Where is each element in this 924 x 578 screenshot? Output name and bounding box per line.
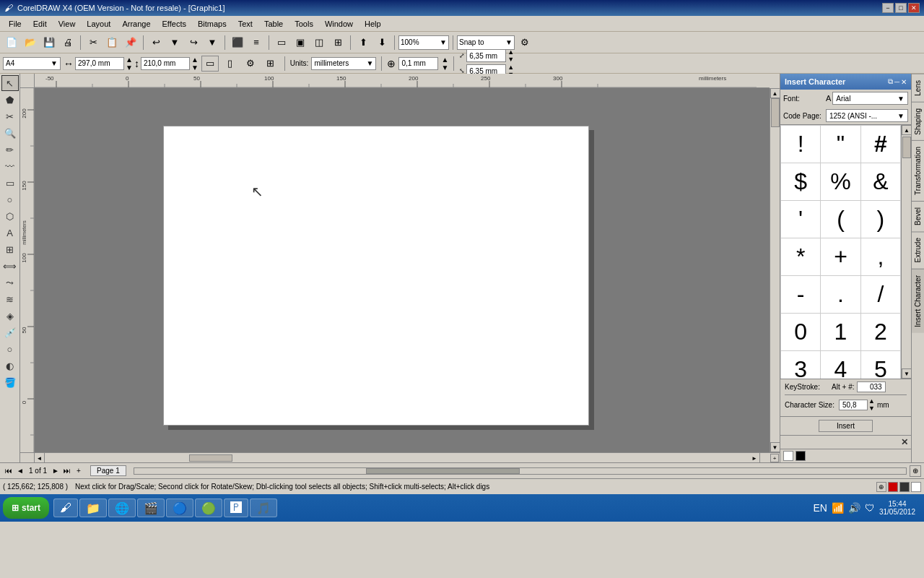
canvas-scroll[interactable]: ↖ (35, 88, 770, 452)
taskbar-ie[interactable]: 🌐 (108, 499, 136, 517)
snap-toggle[interactable]: ⊕ (876, 482, 886, 492)
taskbar-bt[interactable]: 🔵 (166, 499, 193, 517)
panel-x-button[interactable]: ✕ (901, 437, 908, 447)
snap-settings-button[interactable]: ⚙ (516, 35, 533, 51)
open-button[interactable]: 📂 (22, 35, 39, 51)
color-bucket-tool[interactable]: 🪣 (1, 374, 19, 390)
menu-text[interactable]: Text (232, 18, 258, 30)
char-cell-minus[interactable]: - (781, 276, 821, 314)
taskbar-app2[interactable]: 🟢 (195, 499, 222, 517)
menu-arrange[interactable]: Arrange (116, 18, 156, 30)
paper-size-dropdown[interactable]: A4 ▼ (3, 57, 61, 70)
h-scroll-thumb[interactable] (189, 454, 232, 462)
polygon-tool[interactable]: ⬡ (1, 208, 19, 224)
crop-tool[interactable]: ✂ (1, 108, 19, 124)
landscape-button[interactable]: ▯ (222, 56, 239, 72)
panel-scroll-down[interactable]: ▼ (902, 368, 911, 379)
tab-bevel[interactable]: Bevel (912, 201, 924, 231)
charsize-spinners[interactable]: ▲ ▼ (868, 397, 875, 412)
paste-button[interactable]: 📌 (122, 35, 139, 51)
print-button[interactable]: 🖨 (59, 35, 77, 51)
view-type-3[interactable]: ◫ (310, 35, 328, 51)
page-settings-button[interactable]: ⚙ (242, 56, 259, 72)
nudge-spinners[interactable]: ▲ ▼ (441, 56, 448, 72)
text-tool[interactable]: A (1, 225, 19, 241)
add-page-btn[interactable]: + (73, 465, 84, 477)
align-button[interactable]: ≡ (248, 35, 265, 51)
cut-button[interactable]: ✂ (84, 35, 102, 51)
no-fill-swatch[interactable] (783, 451, 793, 461)
panel-close-btn[interactable]: ✕ (901, 78, 907, 86)
prev-page-btn[interactable]: ◄ (14, 465, 26, 477)
menu-view[interactable]: View (53, 18, 82, 30)
tab-lens[interactable]: Lens (912, 74, 924, 102)
taskbar-coreldraw[interactable]: 🖌 (53, 499, 78, 517)
menu-file[interactable]: File (3, 18, 27, 30)
zoom-dropdown[interactable]: 100% ▼ (398, 35, 449, 50)
last-page-btn[interactable]: ⏭ (61, 465, 73, 477)
tab-insert-char[interactable]: Insert Character (912, 269, 924, 333)
copy-button[interactable]: 📋 (103, 35, 121, 51)
freehand-tool[interactable]: ✏ (1, 142, 19, 158)
char-cell-3[interactable]: 3 (781, 351, 821, 379)
rect-tool[interactable]: ▭ (1, 175, 19, 191)
v-scrollbar[interactable]: ▲ ▼ (770, 88, 780, 452)
char-cell-amp[interactable]: & (861, 163, 901, 201)
font-dropdown[interactable]: Arial ▼ (832, 92, 908, 105)
zoom-to-fit-btn[interactable]: ⊕ (910, 465, 921, 477)
char-cell-comma[interactable]: , (861, 238, 901, 276)
tab-extrude[interactable]: Extrude (912, 231, 924, 268)
canvas-page[interactable]: ↖ (163, 126, 589, 426)
nav-scroll-thumb[interactable] (366, 468, 520, 474)
menu-help[interactable]: Help (359, 18, 387, 30)
menu-bitmaps[interactable]: Bitmaps (192, 18, 232, 30)
char-cell-dollar[interactable]: $ (781, 163, 821, 201)
first-page-btn[interactable]: ⏮ (3, 465, 14, 477)
char-cell-quote[interactable]: " (821, 126, 860, 163)
height-spinners[interactable]: ▲ ▼ (191, 56, 199, 72)
start-button[interactable]: ⊞ start (3, 497, 49, 519)
insert-button[interactable]: Insert (819, 420, 873, 432)
menu-tools[interactable]: Tools (289, 18, 319, 30)
char-cell-excl[interactable]: ! (781, 126, 821, 163)
page-tab-1[interactable]: Page 1 (90, 465, 126, 476)
import-button[interactable]: ⬆ (354, 35, 372, 51)
shape-tool[interactable]: ⬟ (1, 92, 19, 108)
panel-scroll-up[interactable]: ▲ (902, 125, 911, 135)
page-width-input[interactable]: 297,0 mm (75, 57, 124, 70)
taskbar-explorer[interactable]: 📁 (79, 499, 107, 517)
char-cell-star[interactable]: * (781, 238, 821, 276)
view-type-1[interactable]: ▭ (273, 35, 290, 51)
panel-scroll-thumb[interactable] (902, 137, 911, 158)
scroll-left-btn[interactable]: ◄ (35, 453, 45, 462)
nudge-input[interactable]: 0,1 mm (398, 57, 438, 70)
tab-shaping[interactable]: Shaping (912, 102, 924, 141)
menu-table[interactable]: Table (258, 18, 289, 30)
taskbar-media[interactable]: 🎬 (137, 499, 165, 517)
fill-tool[interactable]: ◈ (1, 308, 19, 324)
export-button[interactable]: ⬇ (373, 35, 391, 51)
char-cell-slash[interactable]: / (861, 276, 901, 314)
undo-arrow[interactable]: ▼ (166, 35, 183, 51)
zoom-tool[interactable]: 🔍 (1, 125, 19, 141)
menu-window[interactable]: Window (319, 18, 359, 30)
char-cell-0[interactable]: 0 (781, 314, 821, 351)
color-dot-red[interactable] (888, 482, 898, 492)
undo-button[interactable]: ↩ (147, 35, 165, 51)
snap-dropdown[interactable]: Snap to ▼ (457, 35, 515, 50)
save-button[interactable]: 💾 (40, 35, 58, 51)
char-cell-2[interactable]: 2 (861, 314, 901, 351)
redo-button[interactable]: ↪ (185, 35, 202, 51)
outline-indicator[interactable] (911, 482, 921, 492)
redo-arrow[interactable]: ▼ (204, 35, 221, 51)
transform-button[interactable]: ⬛ (229, 35, 246, 51)
view-type-2[interactable]: ▣ (292, 35, 309, 51)
char-cell-rparen[interactable]: ) (861, 201, 901, 238)
panel-min-btn[interactable]: ─ (894, 78, 899, 86)
char-cell-4[interactable]: 4 (821, 351, 860, 379)
taskbar-music[interactable]: 🎵 (250, 499, 277, 517)
obj-width-input[interactable]: 6,35 mm (466, 49, 506, 62)
panel-float-btn[interactable]: ⧉ (888, 77, 893, 86)
objw-spinners[interactable]: ▲ ▼ (507, 48, 514, 63)
units-dropdown[interactable]: millimeters ▼ (311, 57, 376, 70)
